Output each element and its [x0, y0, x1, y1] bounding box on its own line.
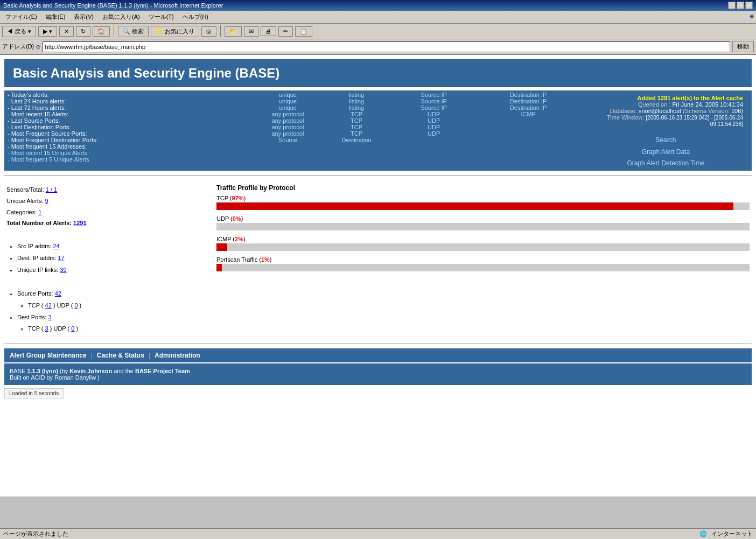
icmp-bar — [216, 243, 227, 251]
portscan-row: Portscan Traffic (1%) — [216, 256, 750, 271]
graph-alert-data-link[interactable]: Graph Alert Data — [583, 146, 748, 158]
nav-tcp-3[interactable]: TCP — [351, 124, 362, 130]
nav-listing-1[interactable]: listing — [349, 92, 364, 98]
nav-last24: - Last 24 Hours alerts: — [8, 98, 250, 104]
address-input[interactable] — [43, 41, 730, 52]
footer-cache-status-link[interactable]: Cache & Status — [97, 352, 144, 359]
database-info: Database: snort@localhost (Schema Versio… — [589, 108, 743, 114]
nav-last-src-ports: - Last Source Ports: — [8, 117, 250, 124]
divider-1 — [4, 175, 752, 176]
nav-listing-3[interactable]: listing — [349, 104, 364, 111]
nav-tcp-2[interactable]: TCP — [351, 117, 362, 124]
nav-listing-2[interactable]: listing — [349, 98, 364, 104]
loaded-time-box: Loaded in 5 seconds — [4, 388, 64, 398]
window-controls[interactable]: _ □ ✕ — [728, 2, 753, 9]
dest-ports-detail: TCP ( 3 ) UDP ( 0 ) — [28, 323, 206, 334]
nav-most-freq-dst-ports: - Most Frequent Destination Ports: — [8, 137, 250, 143]
nav-most-freq5-unique-link[interactable]: - Most frequent 5 Unique Alerts — [8, 156, 89, 163]
graph-alert-detection-link[interactable]: Graph Alert Detection Time — [583, 158, 748, 170]
time-window: Time Window: [2005-06-16 23:15:29.042] -… — [589, 114, 743, 127]
toolbar-sep2 — [220, 25, 221, 37]
nav-tcp-4[interactable]: TCP — [351, 130, 362, 137]
nav-src-ip-1[interactable]: Source IP — [421, 92, 447, 98]
traffic-title: Traffic Profile by Protocol — [216, 184, 750, 192]
ports-list: Source Ports: 42 TCP ( 42 ) UDP ( 0 ) De… — [6, 288, 206, 335]
search-button[interactable]: 🔍 検索 — [118, 26, 149, 37]
nav-today-alerts: - Today's alerts: — [8, 92, 250, 98]
nav-icmp[interactable]: ICMP — [521, 111, 536, 117]
footer-credit: BASE 1.1.3 (lynn) (by Kevin Johnson and … — [10, 368, 746, 374]
footer-sep-2: | — [149, 352, 150, 359]
nav-src-ip-3[interactable]: Source IP — [421, 104, 447, 111]
tcp-label: TCP (97%) — [216, 195, 750, 201]
stats-section: Sensors/Total: 1 / 1 Unique Alerts: 9 Ca… — [4, 180, 752, 340]
toolbar-btn-6[interactable]: 🖨 — [261, 26, 276, 36]
stop-button[interactable]: ✕ — [59, 26, 74, 37]
maximize-button[interactable]: □ — [737, 2, 744, 9]
nav-udp-3[interactable]: UDP — [428, 124, 440, 130]
nav-col-unique-1: unique — [257, 92, 319, 98]
nav-dst-ip-2[interactable]: Destination IP — [510, 98, 547, 104]
search-link[interactable]: Search — [583, 135, 748, 146]
footer-alert-group-link[interactable]: Alert Group Maintenance — [10, 352, 87, 359]
toolbar-btn-5[interactable]: ✉ — [244, 26, 258, 37]
nav-col-any2: any protocol — [257, 117, 319, 124]
close-button[interactable]: ✕ — [745, 2, 753, 9]
menu-favorites[interactable]: お気に入り(A) — [99, 12, 143, 22]
nav-tcp-1[interactable]: TCP — [351, 111, 362, 117]
nav-destination[interactable]: Destination — [342, 137, 372, 143]
nav-udp-4[interactable]: UDP — [428, 130, 440, 137]
nav-src-ip-2[interactable]: Source IP — [421, 98, 447, 104]
src-ip-addrs: Src IP addrs: 24 — [17, 241, 206, 252]
nav-most-recent15-unique-link[interactable]: - Most recent 15 Unique Alerts — [8, 150, 87, 156]
page-content: Basic Analysis and Security Engine (BASE… — [0, 55, 756, 496]
nav-udp-2[interactable]: UDP — [428, 117, 440, 124]
dst-ip-addrs: Dest. IP addrs: 17 — [17, 253, 206, 264]
udp-label: UDP (0%) — [216, 215, 750, 222]
go-button[interactable]: 移動 — [732, 41, 754, 52]
title-bar: Basic Analysis and Security Engine (BASE… — [0, 0, 756, 11]
toolbar-sep1 — [114, 25, 114, 37]
nav-most-recent15: - Most recent 15 Alerts: — [8, 111, 250, 117]
footer-info: BASE 1.1.3 (lynn) (by Kevin Johnson and … — [4, 363, 752, 385]
nav-dst-ip-1[interactable]: Destination IP — [510, 92, 547, 98]
nav-col-source: Source — [257, 137, 319, 143]
added-alerts-text: Added 1291 alert(s) to the Alert cache — [589, 95, 743, 101]
nav-col-unique-3: unique — [257, 104, 319, 111]
media-button[interactable]: ◎ — [201, 26, 216, 37]
minimize-button[interactable]: _ — [728, 2, 736, 9]
portscan-bar-container — [216, 264, 750, 271]
refresh-button[interactable]: ↻ — [76, 26, 90, 37]
menu-view[interactable]: 表示(V) — [71, 12, 97, 22]
home-button[interactable]: 🏠 — [93, 26, 110, 37]
stats-left: Sensors/Total: 1 / 1 Unique Alerts: 9 Ca… — [6, 184, 206, 335]
nav-most-freq15-addr: - Most frequent 15 Addresses: — [8, 143, 250, 150]
source-ports: Source Ports: 42 TCP ( 42 ) UDP ( 0 ) — [17, 288, 206, 311]
menu-bar: ファイル(E) 編集(E) 表示(V) お気に入り(A) ツール(T) ヘルプ(… — [0, 11, 756, 24]
portscan-bar — [216, 264, 222, 271]
forward-button[interactable]: ▶ ▾ — [38, 26, 57, 37]
toolbar-btn-7[interactable]: ✏ — [278, 26, 293, 37]
menu-file[interactable]: ファイル(E) — [2, 12, 40, 22]
menu-help[interactable]: ヘルプ(H) — [179, 12, 212, 22]
footer-nav: Alert Group Maintenance | Cache & Status… — [4, 348, 752, 362]
footer-administration-link[interactable]: Administration — [155, 352, 200, 359]
menu-edit[interactable]: 編集(E) — [43, 12, 69, 22]
footer-sep-1: | — [91, 352, 93, 359]
info-panel: Added 1291 alert(s) to the Alert cache Q… — [583, 92, 748, 130]
tcp-bar-container — [216, 202, 750, 210]
footer-acid: Built on ACID by Roman Danyliw ) — [10, 374, 746, 381]
nav-last-dst-ports: - Last Destination Ports: — [8, 124, 250, 130]
nav-dst-ip-3[interactable]: Destination IP — [510, 104, 547, 111]
udp-row: UDP (0%) — [216, 215, 750, 230]
nav-last72: - Last 72 Hours alerts: — [8, 104, 250, 111]
tcp-row: TCP (97%) — [216, 195, 750, 210]
menu-tools[interactable]: ツール(T) — [145, 12, 177, 22]
divider-2 — [4, 344, 752, 344]
tcp-bar — [216, 202, 733, 210]
toolbar-btn-4[interactable]: 📂 — [225, 26, 242, 37]
nav-udp-1[interactable]: UDP — [428, 111, 440, 117]
favorites-button[interactable]: ⭐ お気に入り — [151, 26, 199, 37]
toolbar-btn-8[interactable]: 📋 — [295, 26, 312, 37]
back-button[interactable]: ◀ 戻る ▾ — [2, 26, 36, 37]
